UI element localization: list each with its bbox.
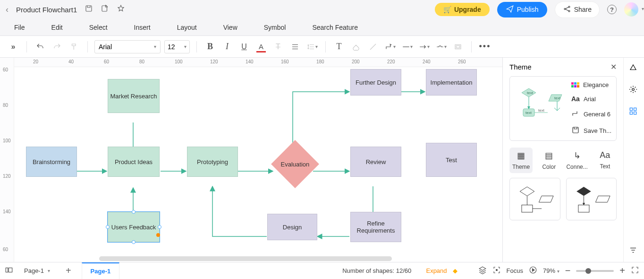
ruler-tick: 120	[3, 174, 11, 179]
pages-panel-icon[interactable]	[5, 266, 13, 276]
underline-icon[interactable]: U	[237, 40, 251, 53]
publish-button[interactable]: Publish	[497, 2, 547, 17]
italic-icon[interactable]: I	[220, 40, 234, 53]
bold-icon[interactable]: B	[203, 40, 217, 53]
line-spacing-icon[interactable]: ▾	[305, 40, 319, 53]
line-color-icon[interactable]	[366, 40, 380, 53]
theme-tab-color[interactable]: ▤Color	[537, 148, 560, 173]
theme-tab-theme[interactable]: ▦Theme	[509, 148, 533, 173]
grid-toolbox-icon[interactable]	[629, 107, 639, 117]
menu-insert[interactable]: Insert	[134, 24, 151, 31]
upgrade-button[interactable]: 🛒 Upgrade	[435, 3, 490, 16]
back-button[interactable]: ‹	[6, 5, 8, 15]
node-brainstorming[interactable]: Brainstorming	[26, 147, 77, 177]
theme-connector-row[interactable]: General 6	[571, 109, 611, 119]
align-icon[interactable]	[288, 40, 302, 53]
node-market-research[interactable]: Market Research	[108, 79, 160, 113]
diamond-badge-icon[interactable]: ◆	[453, 267, 458, 274]
selection-handle[interactable]	[132, 210, 136, 214]
node-label: Test	[446, 157, 457, 164]
save-icon[interactable]	[85, 4, 93, 15]
theme-option-1[interactable]	[509, 178, 560, 220]
collapse-toggle-icon[interactable]: »	[7, 40, 20, 53]
share-icon	[563, 5, 571, 15]
node-product-ideas[interactable]: Product Ideas	[108, 147, 160, 177]
font-size-label: 12	[168, 43, 175, 51]
publish-label: Publish	[517, 6, 539, 13]
theme-font-row[interactable]: AaArial	[571, 95, 611, 103]
text-tool-icon[interactable]: T	[332, 40, 346, 53]
node-label: Implementation	[431, 79, 473, 86]
zoom-out-button[interactable]: −	[565, 265, 571, 276]
expand-link[interactable]: Expand	[426, 267, 447, 274]
undo-icon[interactable]	[34, 40, 47, 53]
zoom-in-button[interactable]: +	[619, 265, 625, 276]
menu-symbol[interactable]: Symbol	[264, 24, 286, 31]
strikethrough-icon[interactable]: T	[271, 40, 285, 53]
selection-handle[interactable]	[132, 240, 136, 244]
presentation-icon[interactable]	[529, 266, 537, 276]
arrow-style-icon[interactable]: ▾	[417, 40, 431, 53]
zoom-label[interactable]: 79% ▾	[543, 267, 559, 274]
menu-select[interactable]: Select	[89, 24, 108, 31]
share-button[interactable]: Share	[555, 1, 600, 18]
rotate-handle[interactable]	[156, 233, 160, 237]
node-further-design[interactable]: Further Design	[350, 69, 401, 96]
font-family-select[interactable]: Arial▾	[94, 40, 161, 53]
help-icon[interactable]: ?	[607, 5, 617, 14]
more-icon[interactable]: •••	[478, 40, 491, 53]
node-users-feedback[interactable]: Users Feedback	[108, 212, 160, 242]
selection-handle[interactable]	[106, 225, 110, 229]
fullscreen-icon[interactable]	[631, 266, 639, 276]
line-jump-icon[interactable]: ▾	[434, 40, 448, 53]
layers-icon[interactable]	[478, 266, 487, 276]
node-implementation[interactable]: Implementation	[426, 69, 477, 96]
connector-style-icon[interactable]: ▾	[383, 40, 397, 53]
node-label: Prototyping	[197, 158, 228, 166]
redo-icon[interactable]	[51, 40, 64, 53]
menu-search-feature[interactable]: Search Feature	[312, 24, 358, 31]
zoom-slider-knob[interactable]	[585, 268, 591, 274]
star-icon[interactable]	[117, 4, 125, 15]
theme-tab-conne[interactable]: ↳Conne...	[565, 148, 588, 173]
menu-view[interactable]: View	[223, 24, 237, 31]
page-tab-active[interactable]: Page-1	[82, 262, 120, 279]
fill-color-icon[interactable]	[349, 40, 363, 53]
zoom-slider[interactable]	[576, 270, 614, 272]
svg-rect-30	[578, 205, 589, 212]
shapes-count-label: Number of shapes: 12/60	[342, 267, 411, 274]
container-icon[interactable]	[451, 40, 465, 53]
theme-tab-text[interactable]: AaText	[593, 148, 617, 173]
format-painter-icon[interactable]	[68, 40, 81, 53]
canvas[interactable]: Brainstorming Market Research Product Id…	[14, 67, 502, 262]
node-review[interactable]: Review	[350, 147, 401, 177]
node-label: Product Ideas	[115, 158, 153, 166]
filter-toolbox-icon[interactable]	[629, 246, 639, 256]
node-prototyping[interactable]: Prototyping	[187, 147, 238, 177]
node-evaluation[interactable]: Evaluation	[276, 145, 314, 183]
menu-layout[interactable]: Layout	[177, 24, 197, 31]
menu-edit[interactable]: Edit	[51, 24, 63, 31]
theme-toolbox-icon[interactable]	[629, 63, 639, 74]
node-test[interactable]: Test	[426, 143, 477, 177]
add-page-button[interactable]: +	[61, 265, 76, 276]
theme-option-2[interactable]	[566, 178, 617, 220]
line-dash-icon[interactable]: ▾	[400, 40, 414, 53]
theme-save-row[interactable]: Save Th...	[571, 126, 611, 136]
font-size-select[interactable]: 12▾	[164, 40, 190, 53]
horizontal-scrollbar[interactable]	[99, 256, 392, 261]
focus-icon[interactable]	[492, 266, 501, 276]
theme-elegance-row[interactable]: Elegance	[571, 81, 611, 88]
theme-summary-card: text text text text Elegance AaArial Gen…	[509, 76, 617, 141]
export-icon[interactable]	[101, 4, 109, 15]
font-color-icon[interactable]: A	[254, 40, 268, 53]
document-title: Product Flowchart1	[16, 6, 77, 14]
selection-handle[interactable]	[158, 225, 161, 229]
page-select[interactable]: Page-1▾	[19, 266, 55, 276]
settings-toolbox-icon[interactable]	[629, 85, 639, 96]
node-design[interactable]: Design	[267, 214, 317, 240]
node-refine-requirements[interactable]: Refine Requirements	[350, 212, 401, 242]
close-panel-icon[interactable]: ✕	[610, 62, 617, 71]
menu-file[interactable]: File	[14, 24, 25, 31]
user-avatar[interactable]	[624, 2, 638, 17]
